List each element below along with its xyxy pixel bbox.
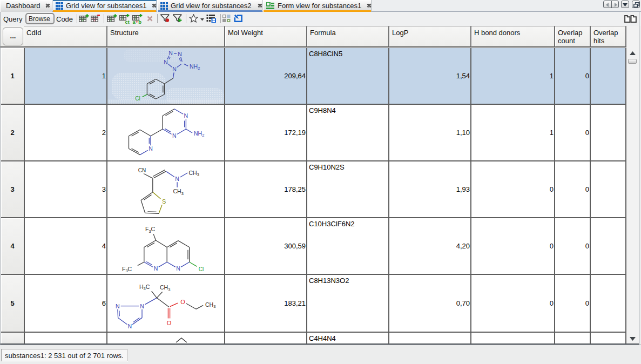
svg-text:N: N (178, 51, 182, 57)
svg-text:N: N (128, 323, 132, 329)
svg-text:ct: ct (125, 19, 130, 24)
svg-text:N: N (175, 176, 179, 182)
svg-text:F3C: F3C (145, 226, 156, 234)
svg-text:O: O (180, 299, 185, 305)
svg-text:CH3: CH3 (189, 170, 199, 178)
svg-text:N: N (168, 50, 173, 56)
svg-text:S: S (162, 198, 166, 205)
svg-text:N: N (184, 112, 188, 119)
svg-text:N: N (164, 59, 168, 65)
svg-text:N: N (140, 303, 144, 309)
svg-text:N: N (116, 303, 120, 309)
svg-text:a+b: a+b (133, 19, 142, 24)
svg-text:CH3: CH3 (173, 188, 184, 196)
svg-text:N: N (176, 265, 180, 272)
svg-text:NH2: NH2 (194, 130, 204, 138)
svg-text:N: N (154, 265, 158, 272)
svg-text:CN: CN (138, 167, 146, 173)
svg-text:N: N (172, 66, 177, 72)
svg-text:Cl: Cl (199, 266, 204, 272)
svg-text:Cl: Cl (135, 96, 140, 102)
svg-text:F3C: F3C (122, 266, 132, 274)
svg-text:N: N (149, 145, 153, 152)
svg-text:O: O (167, 320, 172, 326)
svg-text:NH2: NH2 (190, 63, 200, 71)
svg-text:N: N (172, 132, 177, 139)
svg-text:H3C: H3C (139, 284, 150, 292)
svg-text:CH3: CH3 (160, 284, 170, 292)
svg-text:CH3: CH3 (205, 301, 215, 309)
